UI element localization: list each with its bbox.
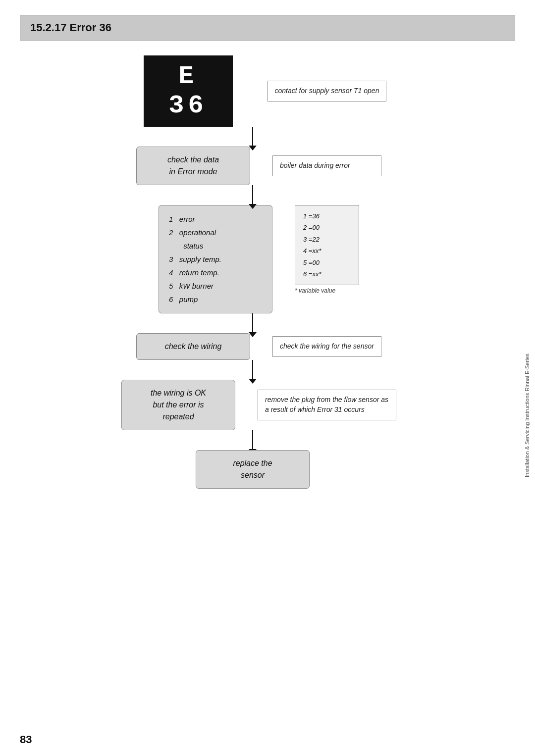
replace-sensor-center: replace the sensor: [183, 450, 322, 489]
arrow-2-container: [183, 185, 322, 205]
data-val-4: 4 =xx*: [303, 245, 351, 256]
arrow-3-container: [183, 313, 322, 333]
list-item-5: 5 kW burner: [169, 279, 262, 293]
list-box: 1 error 2 operational status 3 supply te…: [159, 205, 272, 313]
page-container: 15.2.17 Error 36 E 36 contact for supply…: [0, 0, 535, 756]
error-code-display: E 36: [144, 55, 233, 127]
side-note-wiring-sensor: check the wiring for the sensor: [272, 336, 381, 357]
data-val-3: 3 =22: [303, 234, 351, 245]
page-number: 83: [20, 733, 32, 746]
section-header: 15.2.17 Error 36: [20, 15, 515, 41]
replace-sensor-line1: replace the: [233, 459, 272, 467]
list-row: 1 error 2 operational status 3 supply te…: [20, 205, 485, 313]
list-item-4: 4 return temp.: [169, 266, 262, 279]
check-data-line2: in Error mode: [169, 167, 217, 176]
arrow-5-container: [183, 430, 322, 450]
data-val-6: 6 =xx*: [303, 268, 351, 280]
error-center: E 36: [119, 55, 258, 127]
flowchart-area: E 36 contact for supply sensor T1 open c…: [20, 55, 515, 489]
arrow-down-2: [252, 185, 253, 205]
wiring-ok-line3: repeated: [162, 412, 194, 421]
data-val-2: 2 =00: [303, 222, 351, 233]
replace-sensor-row: replace the sensor: [20, 450, 485, 489]
check-data-row: check the data in Error mode boiler data…: [20, 147, 485, 185]
section-title: 15.2.17 Error 36: [30, 21, 111, 34]
variable-note: * variable value: [295, 287, 335, 294]
wiring-ok-center: the wiring is OK but the error is repeat…: [109, 380, 248, 430]
wiring-ok-row: the wiring is OK but the error is repeat…: [20, 380, 485, 430]
arrow-4-container: [183, 360, 322, 380]
arrow-down-1: [252, 127, 253, 147]
sidebar-label: Installation & Servicing Instructions Ri…: [524, 74, 535, 756]
list-item-2b: status: [169, 239, 262, 252]
check-wiring-center: check the wiring: [124, 333, 263, 360]
list-item-1: 1 error: [169, 212, 262, 226]
list-item-3: 3 supply temp.: [169, 252, 262, 266]
error-display-row: E 36 contact for supply sensor T1 open: [20, 55, 485, 127]
wiring-ok-line2: but the error is: [153, 401, 204, 409]
check-wiring-row: check the wiring check the wiring for th…: [20, 333, 485, 360]
replace-sensor-box: replace the sensor: [196, 450, 310, 489]
arrow-down-4: [252, 360, 253, 380]
arrow-down-3: [252, 313, 253, 333]
data-val-5: 5 =00: [303, 257, 351, 268]
wiring-ok-line1: the wiring is OK: [151, 389, 206, 397]
data-values-box: 1 =36 2 =00 3 =22 4 =xx* 5 =00 6 =xx*: [295, 205, 359, 285]
check-data-center: check the data in Error mode: [124, 147, 263, 185]
arrow-1-container: [183, 127, 322, 147]
side-note-remove-plug: remove the plug from the flow sensor as …: [258, 390, 396, 420]
wiring-ok-box: the wiring is OK but the error is repeat…: [121, 380, 235, 430]
check-data-box: check the data in Error mode: [136, 147, 250, 185]
list-side: 1 =36 2 =00 3 =22 4 =xx* 5 =00 6 =xx* * …: [295, 205, 359, 294]
list-center: 1 error 2 operational status 3 supply te…: [146, 205, 285, 313]
list-item-6: 6 pump: [169, 293, 262, 306]
check-data-line1: check the data: [167, 155, 219, 164]
side-note-boiler-data: boiler data during error: [272, 155, 381, 176]
side-note-supply-sensor: contact for supply sensor T1 open: [268, 81, 387, 101]
arrow-down-5: [252, 430, 253, 450]
check-wiring-box: check the wiring: [136, 333, 250, 360]
replace-sensor-line2: sensor: [241, 471, 265, 479]
list-item-2: 2 operational: [169, 226, 262, 239]
data-val-1: 1 =36: [303, 210, 351, 222]
